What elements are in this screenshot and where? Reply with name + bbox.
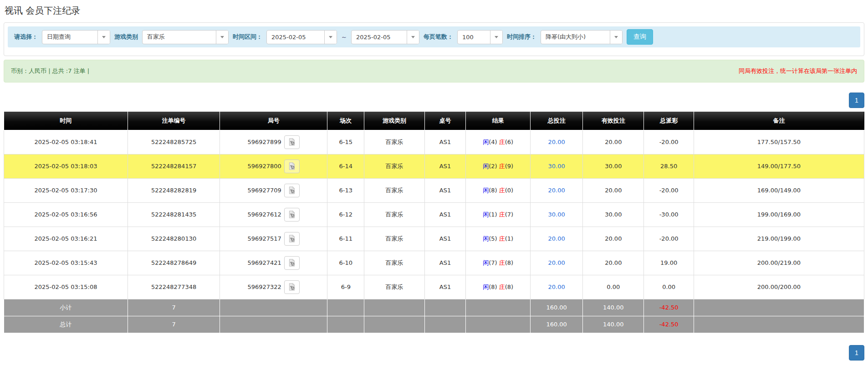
payout: -20.00 (644, 227, 694, 251)
total-total-bet: 160.00 (531, 316, 583, 333)
bet-time: 2025-02-05 03:17:30 (4, 178, 128, 202)
total-bet-link[interactable]: 20.00 (548, 235, 565, 242)
session-number: 6-14 (327, 154, 364, 178)
round-id: 596927322 (247, 284, 281, 290)
game-type: 百家乐 (364, 275, 424, 299)
bet-id: 522248281435 (128, 202, 220, 227)
page: 视讯 会员下注纪录 请选择： 日期查询 游戏类别 百家乐 时间区间： 2025-… (0, 0, 868, 364)
round-cell: 596927709 (220, 178, 327, 202)
chevron-down-icon[interactable] (610, 31, 622, 44)
page-1-button[interactable]: 1 (849, 93, 864, 108)
valid-bet: 30.00 (583, 202, 644, 227)
date-from-select[interactable]: 2025-02-05 (266, 30, 337, 44)
chevron-down-icon[interactable] (97, 31, 110, 44)
video-record-button[interactable] (284, 135, 300, 149)
total-bet-link[interactable]: 20.00 (548, 284, 565, 290)
remark: 199.00/169.00 (694, 202, 864, 227)
game-type: 百家乐 (364, 227, 424, 251)
payout: 28.50 (644, 154, 694, 178)
video-record-button[interactable] (284, 280, 300, 294)
chevron-down-icon[interactable] (490, 31, 502, 44)
remark: 177.50/157.50 (694, 130, 864, 154)
subtotal-valid-bet: 140.00 (583, 299, 644, 316)
video-record-button[interactable] (284, 184, 300, 197)
game-result: 闲(1) 庄(7) (466, 202, 531, 227)
game-type: 百家乐 (364, 154, 424, 178)
chevron-down-icon[interactable] (324, 31, 337, 44)
sort-order-select[interactable]: 降幂(由大到小) (541, 30, 623, 44)
subtotal-total-bet: 160.00 (531, 299, 583, 316)
player-label: 闲 (483, 163, 489, 170)
summary-bar: 币别：人民币 | 总共 :7 注单 | 同局有效投注，统一计算在该局第一张注单内 (4, 60, 864, 82)
video-record-icon (288, 259, 296, 267)
game-type: 百家乐 (364, 251, 424, 275)
banker-score: (1) (505, 235, 513, 242)
page-size-value: 100 (458, 31, 490, 44)
time-range-label: 时间区间： (233, 33, 262, 41)
column-header: 总投注 (531, 112, 583, 130)
total-bet-cell: 30.00 (531, 202, 583, 227)
column-header: 总派彩 (644, 112, 694, 130)
player-label: 闲 (483, 235, 489, 242)
chevron-down-icon[interactable] (216, 31, 228, 44)
table-row: 2025-02-05 03:18:03 522248284157 5969278… (4, 154, 864, 178)
query-type-select[interactable]: 日期查询 (42, 30, 110, 44)
column-header: 场次 (327, 112, 364, 130)
bet-time: 2025-02-05 03:16:21 (4, 227, 128, 251)
player-score: (2) (489, 163, 497, 170)
total-row: 总计 7 160.00 140.00 -42.50 (4, 316, 864, 333)
query-type-label: 请选择： (14, 33, 38, 41)
chevron-down-icon[interactable] (407, 31, 419, 44)
game-type-value: 百家乐 (143, 31, 216, 44)
round-cell: 596927899 (220, 130, 327, 154)
table-row: 2025-02-05 03:15:08 522248277348 5969273… (4, 275, 864, 299)
column-header: 有效投注 (583, 112, 644, 130)
total-bet-link[interactable]: 30.00 (548, 211, 565, 218)
payout: 19.00 (644, 251, 694, 275)
player-label: 闲 (483, 211, 489, 218)
player-label: 闲 (483, 187, 489, 194)
player-score: (1) (489, 211, 497, 218)
total-bet-cell: 20.00 (531, 130, 583, 154)
session-number: 6-15 (327, 130, 364, 154)
bet-id: 522248278649 (128, 251, 220, 275)
round-id: 596927517 (247, 235, 281, 242)
video-record-button[interactable] (284, 208, 300, 222)
search-button[interactable]: 查询 (627, 29, 653, 45)
banker-label: 庄 (499, 187, 505, 194)
session-number: 6-9 (327, 275, 364, 299)
total-bet-link[interactable]: 30.00 (548, 163, 565, 170)
total-payout: -42.50 (644, 316, 694, 333)
total-bet-link[interactable]: 20.00 (548, 187, 565, 194)
round-id: 596927612 (247, 211, 281, 218)
banker-label: 庄 (499, 139, 505, 145)
total-bet-link[interactable]: 20.00 (548, 139, 565, 145)
total-bet-link[interactable]: 20.00 (548, 259, 565, 266)
page-1-button[interactable]: 1 (849, 345, 864, 361)
table-number: AS1 (424, 178, 466, 202)
player-score: (8) (489, 187, 497, 194)
sort-order-label: 时间排序： (507, 33, 536, 41)
table-number: AS1 (424, 202, 466, 227)
video-record-button[interactable] (284, 256, 300, 270)
page-size-select[interactable]: 100 (457, 30, 503, 44)
valid-bet: 20.00 (583, 251, 644, 275)
column-header: 注单编号 (128, 112, 220, 130)
bet-records-table: 时间注单编号局号场次游戏类别桌号结果总投注有效投注总派彩备注 2025-02-0… (4, 112, 864, 333)
table-row: 2025-02-05 03:18:41 522248285725 5969278… (4, 130, 864, 154)
page-size-label: 每页笔数： (424, 33, 453, 41)
video-record-button[interactable] (284, 232, 300, 246)
round-id: 596927899 (247, 139, 281, 145)
video-record-button[interactable] (284, 160, 300, 173)
game-type-select[interactable]: 百家乐 (142, 30, 229, 44)
round-cell: 596927322 (220, 275, 327, 299)
filter-panel: 请选择： 日期查询 游戏类别 百家乐 时间区间： 2025-02-05 ~ 20… (4, 22, 864, 56)
column-header: 游戏类别 (364, 112, 424, 130)
video-record-icon (288, 235, 296, 242)
round-id: 596927421 (247, 259, 281, 266)
game-result: 闲(8) 庄(0) (466, 178, 531, 202)
date-to-select[interactable]: 2025-02-05 (351, 30, 419, 44)
player-label: 闲 (483, 139, 489, 145)
banker-label: 庄 (499, 211, 505, 218)
payout: -20.00 (644, 178, 694, 202)
